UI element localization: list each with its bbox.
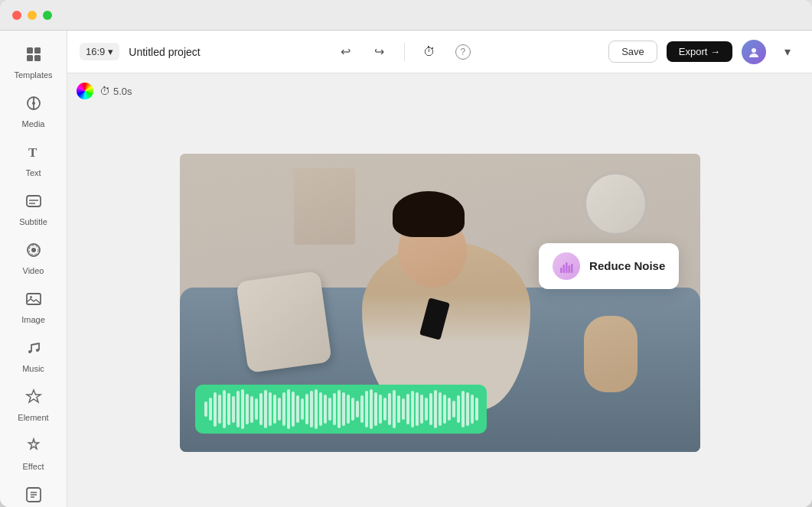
waveform-bar [374, 392, 377, 426]
waveform-bar [301, 398, 304, 420]
mirror [583, 171, 648, 236]
chevron-down-icon: ▾ [784, 44, 791, 59]
save-button[interactable]: Save [608, 41, 657, 63]
waveform-bar [310, 391, 313, 427]
waveform-bar [425, 398, 428, 421]
maximize-button[interactable] [43, 11, 52, 20]
waveform-bar [250, 396, 253, 423]
waveform-bar [457, 395, 460, 423]
user-menu-button[interactable]: ▾ [775, 40, 800, 64]
waveform-bar [466, 392, 469, 426]
waveform-bar [328, 398, 331, 421]
sidebar-item-element[interactable]: Element [5, 382, 63, 428]
sidebar-item-video[interactable]: Video [5, 236, 63, 281]
waveform-bar [305, 394, 308, 424]
waveform-bar [338, 390, 341, 428]
waveform-bar [241, 389, 244, 429]
svg-rect-3 [34, 55, 41, 61]
waveform-bar [259, 393, 263, 425]
media-icon [25, 95, 42, 116]
waveform-track[interactable] [195, 385, 487, 434]
app-window: Templates Media T Text [0, 0, 812, 507]
sidebar-item-music[interactable]: Music [5, 333, 63, 379]
waveform-bar [351, 398, 354, 421]
help-button[interactable]: ? [451, 40, 475, 64]
waveform-bar [406, 394, 409, 424]
text-icon: T [25, 144, 42, 165]
waveform-bar [223, 390, 226, 428]
waveform-bar [356, 401, 359, 418]
effect-icon [25, 437, 42, 459]
toolbar: 16:9 ▾ Untitled project ↩ ↪ ⏱ ? [67, 31, 812, 73]
sidebar-item-templates[interactable]: Templates [5, 40, 63, 86]
svg-point-6 [32, 102, 35, 105]
arm-right [584, 316, 638, 392]
svg-rect-24 [563, 265, 566, 273]
aspect-ratio-button[interactable]: 16:9 ▾ [80, 43, 119, 60]
waveform-bar [246, 394, 249, 424]
avatar[interactable] [742, 40, 766, 64]
waveform-bar [365, 391, 368, 427]
waveform-bar [232, 396, 235, 423]
effect-label: Effect [23, 462, 44, 471]
help-icon: ? [455, 44, 471, 60]
waveform-bar [379, 395, 382, 424]
waveform-bar [342, 392, 345, 426]
media-label: Media [22, 119, 45, 128]
waveform-bar [411, 391, 414, 427]
clock-icon: ⏱ [99, 85, 110, 97]
waveform-bar [296, 395, 299, 423]
svg-rect-23 [560, 268, 563, 273]
titlebar [0, 0, 812, 31]
waveform-bar [264, 390, 267, 428]
waveform-bar [434, 390, 437, 428]
waveform-bar [269, 392, 272, 426]
waveform-bar [416, 392, 419, 426]
sidebar-item-effect[interactable]: Effect [5, 431, 63, 477]
canvas-toolbar: ⏱ 5.0s [77, 83, 803, 99]
sidebar-item-image[interactable]: Image [5, 284, 63, 330]
timer-button[interactable]: ⏱ [417, 40, 442, 64]
waveform-bar [315, 389, 318, 429]
waveform-bar [388, 393, 391, 425]
element-label: Element [18, 413, 48, 422]
undo-button[interactable]: ↩ [334, 40, 358, 64]
image-icon [25, 291, 42, 312]
sidebar-item-media[interactable]: Media [5, 89, 63, 135]
waveform-bar [292, 392, 295, 427]
waveform-bar [393, 390, 396, 428]
sidebar-item-tools[interactable]: Tools [5, 480, 63, 507]
export-button[interactable]: Export → [667, 41, 732, 62]
waveform-bar [475, 398, 478, 421]
svg-rect-14 [27, 294, 41, 304]
waveform-bar [218, 395, 221, 424]
waveform-bar [214, 392, 217, 427]
sidebar-item-subtitle[interactable]: Subtitle [5, 187, 63, 232]
sidebar-item-text[interactable]: T Text [5, 138, 63, 184]
waveform-bar [452, 401, 455, 418]
svg-text:T: T [28, 145, 38, 160]
reduce-noise-popup[interactable]: Reduce Noise [539, 243, 679, 289]
timer-icon: ⏱ [423, 45, 435, 59]
video-icon [25, 242, 42, 263]
color-wheel-icon[interactable] [77, 83, 93, 99]
svg-point-16 [28, 350, 31, 353]
canvas: Reduce Noise [180, 154, 700, 452]
close-button[interactable] [12, 11, 21, 20]
main-area: 16:9 ▾ Untitled project ↩ ↪ ⏱ ? [67, 31, 812, 507]
svg-rect-8 [27, 196, 41, 206]
waveform-bar [448, 398, 451, 421]
waveform-bar [209, 398, 212, 421]
toolbar-divider [404, 43, 405, 61]
project-title: Untitled project [129, 46, 200, 58]
redo-button[interactable]: ↪ [367, 40, 392, 64]
svg-point-12 [31, 248, 36, 252]
undo-icon: ↩ [341, 44, 351, 59]
aspect-ratio-value: 16:9 [86, 46, 105, 57]
svg-rect-1 [34, 47, 41, 54]
pillow [236, 271, 332, 373]
duration-value: 5.0s [113, 86, 132, 97]
minimize-button[interactable] [28, 11, 37, 20]
svg-rect-2 [27, 55, 33, 61]
templates-label: Templates [14, 70, 52, 80]
